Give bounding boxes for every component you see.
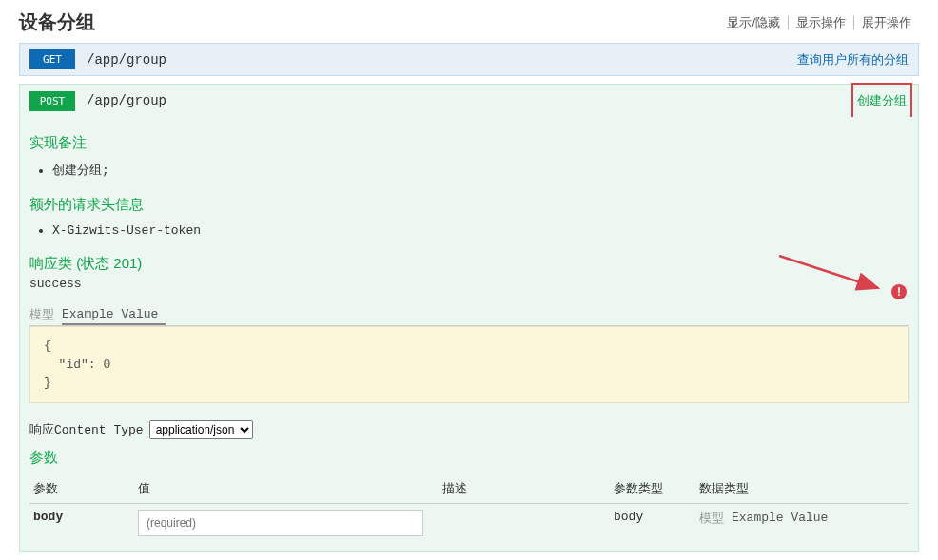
params-heading: 参数 bbox=[29, 449, 909, 467]
tab-model[interactable]: 模型 bbox=[29, 304, 62, 325]
method-badge-get: GET bbox=[29, 49, 75, 69]
op-get-summary: 查询用户所有的分组 bbox=[797, 51, 909, 68]
param-value-cell bbox=[134, 503, 439, 542]
op-post-summary: 创建分组 bbox=[857, 93, 907, 107]
params-header-row: 参数 值 描述 参数类型 数据类型 bbox=[29, 474, 909, 504]
extra-headers-list: X-Gizwits-User-token bbox=[29, 222, 909, 240]
param-body-input[interactable] bbox=[138, 510, 423, 536]
op-get-block: GET /app/group 查询用户所有的分组 bbox=[19, 43, 919, 76]
header-actions: 显示/隐藏 显示操作 展开操作 bbox=[719, 14, 919, 31]
dt-tab-model[interactable]: 模型 bbox=[699, 510, 732, 527]
param-type: body bbox=[610, 503, 695, 542]
toggle-link[interactable]: 显示/隐藏 bbox=[719, 14, 788, 31]
response-heading: 响应类 (状态 201) bbox=[29, 255, 909, 273]
col-param: 参数 bbox=[29, 474, 134, 504]
dt-tab-example[interactable]: Example Value bbox=[732, 511, 835, 525]
example-json-block[interactable]: { "id": 0 } bbox=[29, 326, 909, 403]
param-name: body bbox=[29, 503, 134, 542]
param-desc bbox=[439, 503, 610, 542]
op-post-block: POST /app/group 创建分组 ! 实现备注 创建分组; 额外的请求头… bbox=[19, 84, 919, 552]
expand-ops-link[interactable]: 展开操作 bbox=[854, 14, 919, 31]
list-ops-link[interactable]: 显示操作 bbox=[789, 14, 853, 31]
content-type-label: 响应Content Type bbox=[29, 421, 144, 438]
impl-notes-list: 创建分组; bbox=[29, 160, 909, 181]
col-data-type: 数据类型 bbox=[695, 474, 909, 504]
op-post-path: /app/group bbox=[87, 93, 855, 108]
tab-example-value[interactable]: Example Value bbox=[62, 305, 166, 325]
warning-icon[interactable]: ! bbox=[891, 284, 907, 299]
page-header: 设备分组 显示/隐藏 显示操作 展开操作 bbox=[19, 0, 919, 43]
content-type-row: 响应Content Type application/json bbox=[29, 420, 909, 439]
col-desc: 描述 bbox=[439, 474, 610, 504]
page-title: 设备分组 bbox=[19, 10, 95, 35]
method-badge-post: POST bbox=[29, 91, 75, 111]
extra-headers-heading: 额外的请求头信息 bbox=[29, 196, 909, 214]
response-tabs: 模型 Example Value bbox=[29, 304, 909, 326]
col-value: 值 bbox=[134, 474, 439, 504]
table-row: body body 模型 Example Value bbox=[29, 503, 909, 542]
col-param-type: 参数类型 bbox=[610, 474, 695, 504]
impl-notes-heading: 实现备注 bbox=[29, 134, 909, 152]
extra-headers-item: X-Gizwits-User-token bbox=[52, 222, 909, 240]
op-post-body: ! 实现备注 创建分组; 额外的请求头信息 X-Gizwits-User-tok… bbox=[20, 117, 918, 551]
content-type-select[interactable]: application/json bbox=[149, 420, 253, 439]
op-get-header[interactable]: GET /app/group 查询用户所有的分组 bbox=[20, 44, 918, 75]
op-post-header[interactable]: POST /app/group 创建分组 bbox=[20, 85, 918, 117]
response-success: success bbox=[29, 277, 909, 291]
op-get-path: /app/group bbox=[87, 52, 797, 68]
param-data-type-cell: 模型 Example Value bbox=[695, 503, 909, 542]
impl-notes-item: 创建分组; bbox=[52, 160, 909, 181]
highlight-box: 创建分组 bbox=[851, 83, 912, 119]
params-table: 参数 值 描述 参数类型 数据类型 body body bbox=[29, 474, 909, 542]
